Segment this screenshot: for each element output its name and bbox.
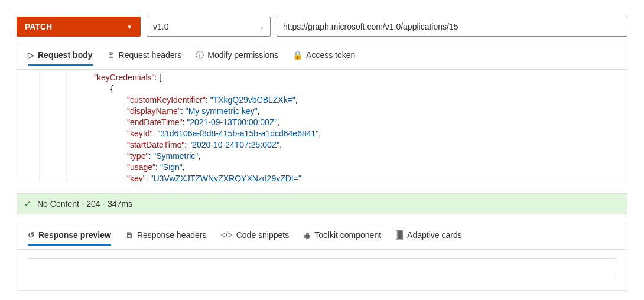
tab-rheaders[interactable]: 🗎Response headers [125, 230, 207, 246]
tab-rheaders-label: Response headers [137, 230, 207, 240]
query-bar: PATCH ▼ v1.0 ⌄ [0, 0, 644, 43]
tab-body-label: Request body [38, 50, 93, 60]
preview-icon: ↺ [28, 231, 35, 239]
cards-icon: 🂠 [395, 231, 404, 239]
tab-perms[interactable]: ⓘModify permissions [196, 50, 278, 66]
tab-body[interactable]: ▷Request body [28, 50, 93, 66]
tab-snippets-label: Code snippets [236, 230, 290, 240]
http-method-select[interactable]: PATCH ▼ [17, 17, 141, 37]
tab-toolkit[interactable]: ▦Toolkit component [303, 230, 381, 246]
response-panel: ↺Response preview🗎Response headers</>Cod… [17, 223, 627, 291]
editor-gutter [17, 70, 40, 182]
tab-token-label: Access token [306, 50, 355, 60]
code-line: { [69, 83, 321, 94]
chevron-down-icon: ▼ [126, 24, 132, 30]
tab-perms-label: Modify permissions [207, 50, 278, 60]
code-line: "displayName": "My symmetric key", [69, 106, 321, 117]
perms-icon: ⓘ [196, 51, 204, 59]
token-icon: 🔒 [292, 51, 303, 59]
code-line: "type": "Symmetric", [69, 151, 321, 162]
rheaders-icon: 🗎 [125, 231, 134, 239]
request-panel: ▷Request body🗎Request headersⓘModify per… [17, 43, 627, 182]
tab-toolkit-label: Toolkit component [314, 230, 381, 240]
tab-headers[interactable]: 🗎Request headers [107, 50, 182, 66]
response-preview-content[interactable] [28, 258, 616, 279]
tab-headers-label: Request headers [119, 50, 182, 60]
status-bar: ✓ No Content - 204 - 347ms [17, 193, 627, 214]
code-line: "keyId": "31d6106a-f8d8-415b-a15b-a1dcd6… [69, 128, 321, 139]
api-version-select[interactable]: v1.0 ⌄ [147, 17, 271, 37]
code-line: "customKeyIdentifier": "TXkgQ29vbCBLZXk=… [69, 94, 321, 106]
success-icon: ✓ [24, 200, 31, 208]
editor-fold-gutter [40, 70, 67, 182]
tab-cards-label: Adaptive cards [407, 230, 462, 240]
code-line: "startDateTime": "2020-10-24T07:25:00Z", [69, 139, 321, 151]
request-url-input[interactable] [277, 17, 627, 37]
code-line: "usage": "Sign", [69, 162, 321, 173]
chevron-down-icon: ⌄ [259, 24, 264, 30]
tab-preview[interactable]: ↺Response preview [28, 230, 111, 246]
request-tabs: ▷Request body🗎Request headersⓘModify per… [17, 43, 627, 70]
tab-cards[interactable]: 🂠Adaptive cards [395, 230, 462, 246]
snippets-icon: </> [220, 231, 232, 239]
response-tabs: ↺Response preview🗎Response headers</>Cod… [17, 223, 627, 250]
code-line: "key": "U3VwZXJTZWNyZXRQYXNzd29yZDI=" [69, 173, 321, 182]
body-icon: ▷ [28, 51, 34, 59]
request-body-editor[interactable]: "keyCredentials": [{"customKeyIdentifier… [17, 70, 627, 182]
status-text: No Content - 204 - 347ms [37, 199, 132, 208]
tab-snippets[interactable]: </>Code snippets [220, 230, 289, 246]
code-line: "keyCredentials": [ [69, 72, 321, 83]
response-preview-body [17, 250, 627, 290]
code-lines: "keyCredentials": [{"customKeyIdentifier… [67, 70, 324, 182]
tab-preview-label: Response preview [38, 230, 111, 240]
toolkit-icon: ▦ [303, 231, 311, 239]
tab-token[interactable]: 🔒Access token [292, 50, 355, 66]
http-method-label: PATCH [25, 22, 52, 31]
api-version-label: v1.0 [153, 22, 168, 31]
headers-icon: 🗎 [107, 51, 115, 59]
code-line: "endDateTime": "2021-09-13T00:00:00Z", [69, 117, 321, 128]
